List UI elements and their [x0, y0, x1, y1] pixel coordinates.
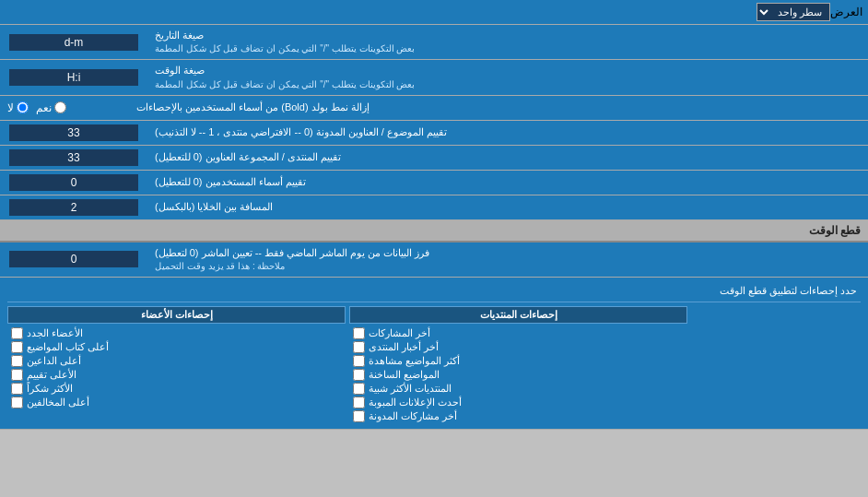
- gap-label: المسافة بين الخلايا (بالبكسل): [147, 195, 868, 219]
- cutoff-section-header: قطع الوقت: [0, 220, 868, 243]
- date-format-label: صيغة التاريخ بعض التكوينات يتطلب "/" الت…: [147, 25, 868, 59]
- checkboxes-header: حدد إحصاءات لتطبيق قطع الوقت: [7, 283, 861, 302]
- date-format-input-cell: [0, 25, 147, 59]
- forum-sort-input-cell: [0, 146, 147, 170]
- users-sort-label: تقييم أسماء المستخدمين (0 للتعطيل): [147, 171, 868, 195]
- time-format-input-cell: [0, 60, 147, 94]
- col1-check-0[interactable]: [353, 327, 365, 339]
- checkbox-item: أعلى المخالفين: [7, 396, 346, 409]
- checkbox-item: أعلى كتاب المواضيع: [7, 340, 346, 354]
- col1-checkboxes: إحصاءات المنتديات أخر المشاركات أخر أخبا…: [349, 306, 687, 423]
- forum-sort-input[interactable]: [9, 149, 138, 166]
- cutoff-input[interactable]: [9, 251, 138, 267]
- checkbox-item: أخر مشاركات المدونة: [349, 409, 687, 423]
- checkboxes-grid: إحصاءات المنتديات أخر المشاركات أخر أخبا…: [7, 306, 861, 423]
- radio-yes[interactable]: [54, 101, 66, 113]
- radio-yes-label[interactable]: نعم: [36, 101, 66, 114]
- col1-check-6[interactable]: [353, 410, 365, 422]
- forum-sort-label: تقييم المنتدى / المجموعة العناوين (0 للت…: [147, 146, 868, 170]
- checkbox-item: الأعلى تقييم: [7, 368, 346, 382]
- top-row: العرض سطر واحد سطرين ثلاثة أسطر: [0, 0, 868, 25]
- bold-remove-row: إزالة نمط بولد (Bold) من أسماء المستخدمي…: [0, 96, 868, 121]
- checkboxes-apply-label: حدد إحصاءات لتطبيق قطع الوقت: [7, 283, 861, 299]
- users-sort-input[interactable]: [9, 174, 138, 191]
- col1-check-3[interactable]: [353, 369, 365, 381]
- col2-check-3[interactable]: [11, 369, 23, 381]
- gap-input-cell: [0, 195, 147, 219]
- col1-check-4[interactable]: [353, 383, 365, 395]
- col1-check-5[interactable]: [353, 396, 365, 408]
- col2-check-2[interactable]: [11, 355, 23, 367]
- display-label: العرض: [830, 6, 862, 18]
- checkbox-item: المنتديات الأكثر شبية: [349, 382, 687, 396]
- bold-remove-label: إزالة نمط بولد (Bold) من أسماء المستخدمي…: [129, 96, 868, 120]
- topics-sort-input[interactable]: [9, 124, 138, 141]
- col2-header: إحصاءات الأعضاء: [7, 306, 346, 324]
- gap-row: المسافة بين الخلايا (بالبكسل): [0, 195, 868, 220]
- users-sort-input-cell: [0, 171, 147, 195]
- empty-spacer: [691, 306, 861, 423]
- col1-header: إحصاءات المنتديات: [349, 306, 687, 324]
- bold-remove-radio-cell: نعم لا: [0, 96, 129, 120]
- cutoff-row: فرز البيانات من يوم الماشر الماضي فقط --…: [0, 243, 868, 278]
- checkbox-item: المواضيع الساخنة: [349, 368, 687, 382]
- col1-check-1[interactable]: [353, 341, 365, 353]
- col2-check-5[interactable]: [11, 396, 23, 408]
- col2-check-0[interactable]: [11, 327, 23, 339]
- cutoff-input-cell: [0, 243, 147, 277]
- radio-no[interactable]: [17, 101, 29, 113]
- col2-check-1[interactable]: [11, 341, 23, 353]
- checkbox-item: أعلى الداعين: [7, 354, 346, 368]
- display-dropdown[interactable]: سطر واحد سطرين ثلاثة أسطر: [757, 3, 830, 21]
- topics-sort-input-cell: [0, 121, 147, 145]
- col2-check-4[interactable]: [11, 383, 23, 395]
- cutoff-label: فرز البيانات من يوم الماشر الماضي فقط --…: [147, 243, 868, 277]
- time-format-input[interactable]: [9, 69, 138, 86]
- radio-no-label[interactable]: لا: [7, 101, 29, 114]
- users-sort-row: تقييم أسماء المستخدمين (0 للتعطيل): [0, 171, 868, 195]
- time-format-label: صيغة الوقت بعض التكوينات يتطلب "/" التي …: [147, 60, 868, 94]
- time-format-row: صيغة الوقت بعض التكوينات يتطلب "/" التي …: [0, 60, 868, 95]
- checkbox-item: أخر المشاركات: [349, 326, 687, 340]
- checkboxes-section: حدد إحصاءات لتطبيق قطع الوقت إحصاءات الم…: [0, 278, 868, 430]
- topics-sort-row: تقييم الموضوع / العناوين المدونة (0 -- ا…: [0, 121, 868, 146]
- date-format-row: صيغة التاريخ بعض التكوينات يتطلب "/" الت…: [0, 25, 868, 60]
- date-format-input[interactable]: [9, 34, 138, 51]
- gap-input[interactable]: [9, 199, 138, 216]
- topics-sort-label: تقييم الموضوع / العناوين المدونة (0 -- ا…: [147, 121, 868, 145]
- checkbox-item: أخر أخبار المنتدى: [349, 340, 687, 354]
- checkbox-item: أكثر المواضيع مشاهدة: [349, 354, 687, 368]
- forum-sort-row: تقييم المنتدى / المجموعة العناوين (0 للت…: [0, 146, 868, 171]
- checkbox-item: الأعضاء الجدد: [7, 326, 346, 340]
- checkbox-item: الأكثر شكراً: [7, 382, 346, 396]
- col1-check-2[interactable]: [353, 355, 365, 367]
- col2-checkboxes: إحصاءات الأعضاء الأعضاء الجدد أعلى كتاب …: [7, 306, 346, 423]
- checkbox-item: أحدث الإعلانات المبوبة: [349, 396, 687, 409]
